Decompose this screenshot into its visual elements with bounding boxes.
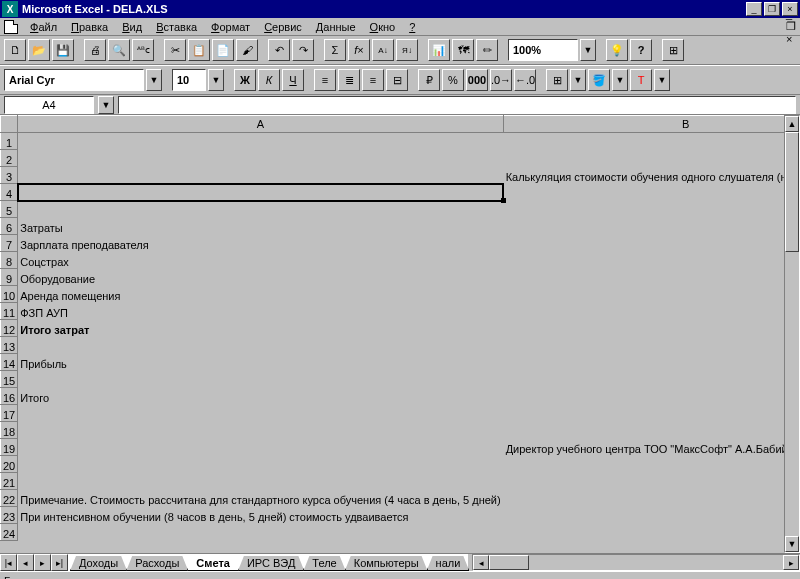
- cell-A9[interactable]: Оборудование: [18, 269, 503, 286]
- sort-desc-button[interactable]: Я↓: [396, 39, 418, 61]
- new-button[interactable]: 🗋: [4, 39, 26, 61]
- row-header-2[interactable]: 2: [1, 150, 18, 167]
- scroll-up-button[interactable]: ▲: [785, 116, 799, 132]
- cell-A15[interactable]: [18, 371, 503, 388]
- cell-A11[interactable]: ФЗП АУП: [18, 303, 503, 320]
- open-button[interactable]: 📂: [28, 39, 50, 61]
- cell-B2[interactable]: [503, 150, 800, 167]
- name-box[interactable]: A4: [4, 96, 94, 114]
- sort-asc-button[interactable]: А↓: [372, 39, 394, 61]
- font-color-dropdown[interactable]: ▼: [654, 69, 670, 91]
- redo-button[interactable]: ↷: [292, 39, 314, 61]
- fill-color-button[interactable]: 🪣: [588, 69, 610, 91]
- fill-dropdown[interactable]: ▼: [612, 69, 628, 91]
- cell-A19[interactable]: [18, 439, 503, 456]
- cell-B22[interactable]: [503, 490, 800, 507]
- cell-B17[interactable]: [503, 405, 800, 422]
- sheet-tab-Теле[interactable]: Теле: [303, 556, 345, 571]
- cell-B5[interactable]: [503, 201, 800, 218]
- vscroll-thumb[interactable]: [785, 132, 799, 252]
- row-header-7[interactable]: 7: [1, 235, 18, 252]
- print-button[interactable]: 🖨: [84, 39, 106, 61]
- zoom-dropdown[interactable]: ▼: [580, 39, 596, 61]
- hscroll-thumb[interactable]: [489, 555, 529, 570]
- tip-button[interactable]: 💡: [606, 39, 628, 61]
- cell-B12[interactable]: [503, 320, 800, 337]
- cell-B7[interactable]: [503, 235, 800, 252]
- currency-button[interactable]: ₽: [418, 69, 440, 91]
- cell-B6[interactable]: [503, 218, 800, 235]
- row-header-9[interactable]: 9: [1, 269, 18, 286]
- save-button[interactable]: 💾: [52, 39, 74, 61]
- cell-A12[interactable]: Итого затрат: [18, 320, 503, 337]
- cell-A5[interactable]: [18, 201, 503, 218]
- cell-A23[interactable]: При интенсивном обучении (8 часов в день…: [18, 507, 503, 524]
- doc-maximize-button[interactable]: ❐: [786, 20, 796, 33]
- row-header-14[interactable]: 14: [1, 354, 18, 371]
- horizontal-scrollbar[interactable]: ◂ ▸: [472, 554, 800, 571]
- cell-B14[interactable]: [503, 354, 800, 371]
- help-button[interactable]: ?: [630, 39, 652, 61]
- borders-dropdown[interactable]: ▼: [570, 69, 586, 91]
- cell-A16[interactable]: Итого: [18, 388, 503, 405]
- merge-center-button[interactable]: ⊟: [386, 69, 408, 91]
- row-header-10[interactable]: 10: [1, 286, 18, 303]
- decrease-decimal-button[interactable]: ←.0: [514, 69, 536, 91]
- scroll-right-button[interactable]: ▸: [783, 555, 799, 570]
- map-button[interactable]: 🗺: [452, 39, 474, 61]
- sheet-tab-Расходы[interactable]: Расходы: [126, 556, 188, 571]
- align-center-button[interactable]: ≣: [338, 69, 360, 91]
- tab-first-button[interactable]: |◂: [0, 554, 17, 571]
- row-header-21[interactable]: 21: [1, 473, 18, 490]
- vertical-scrollbar[interactable]: ▲ ▼: [784, 115, 800, 553]
- preview-button[interactable]: 🔍: [108, 39, 130, 61]
- menu-формат[interactable]: Формат: [205, 20, 256, 34]
- row-header-8[interactable]: 8: [1, 252, 18, 269]
- borders-button[interactable]: ⊞: [546, 69, 568, 91]
- cell-B21[interactable]: [503, 473, 800, 490]
- size-combo[interactable]: [172, 69, 206, 91]
- menu-окно[interactable]: Окно: [364, 20, 402, 34]
- row-header-4[interactable]: 4: [1, 184, 18, 201]
- paste-button[interactable]: 📄: [212, 39, 234, 61]
- sheet-tab-Компьютеры[interactable]: Компьютеры: [345, 556, 428, 571]
- cell-A14[interactable]: Прибыль: [18, 354, 503, 371]
- row-header-24[interactable]: 24: [1, 524, 18, 541]
- cell-A20[interactable]: [18, 456, 503, 473]
- cut-button[interactable]: ✂: [164, 39, 186, 61]
- cell-B16[interactable]: [503, 388, 800, 405]
- cell-B23[interactable]: [503, 507, 800, 524]
- scroll-down-button[interactable]: ▼: [785, 536, 799, 552]
- select-all-corner[interactable]: [1, 116, 18, 133]
- cell-A6[interactable]: Затраты: [18, 218, 503, 235]
- row-header-15[interactable]: 15: [1, 371, 18, 388]
- doc-minimize-button[interactable]: _: [786, 8, 796, 20]
- col-header-B[interactable]: B: [503, 116, 800, 133]
- chart-button[interactable]: 📊: [428, 39, 450, 61]
- cell-A21[interactable]: [18, 473, 503, 490]
- menu-файл[interactable]: Файл: [24, 20, 63, 34]
- cell-B18[interactable]: [503, 422, 800, 439]
- increase-decimal-button[interactable]: .0→: [490, 69, 512, 91]
- format-painter-button[interactable]: 🖌: [236, 39, 258, 61]
- cell-A18[interactable]: [18, 422, 503, 439]
- row-header-5[interactable]: 5: [1, 201, 18, 218]
- row-header-6[interactable]: 6: [1, 218, 18, 235]
- row-header-16[interactable]: 16: [1, 388, 18, 405]
- cell-A24[interactable]: [18, 524, 503, 541]
- tab-last-button[interactable]: ▸|: [51, 554, 68, 571]
- cell-A17[interactable]: [18, 405, 503, 422]
- menu-правка[interactable]: Правка: [65, 20, 114, 34]
- sheet-tab-Смета[interactable]: Смета: [187, 556, 239, 571]
- row-header-13[interactable]: 13: [1, 337, 18, 354]
- row-header-3[interactable]: 3: [1, 167, 18, 184]
- copy-button[interactable]: 📋: [188, 39, 210, 61]
- align-left-button[interactable]: ≡: [314, 69, 336, 91]
- grid-button[interactable]: ⊞: [662, 39, 684, 61]
- maximize-button[interactable]: ❐: [764, 2, 780, 16]
- sheet-tab-Доходы[interactable]: Доходы: [70, 556, 127, 571]
- cell-B11[interactable]: [503, 303, 800, 320]
- cell-B24[interactable]: [503, 524, 800, 541]
- bold-button[interactable]: Ж: [234, 69, 256, 91]
- menu-?[interactable]: ?: [403, 20, 421, 34]
